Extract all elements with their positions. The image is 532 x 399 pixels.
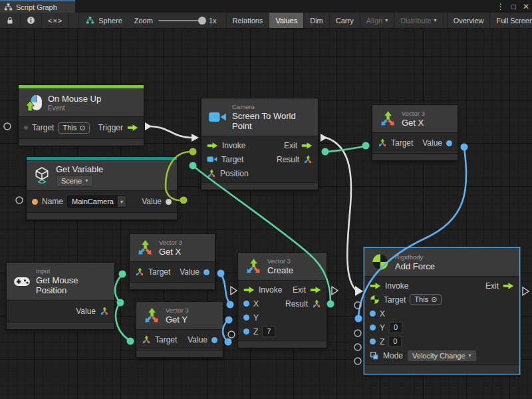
gamepad-icon xyxy=(13,276,31,287)
vector3-port-icon[interactable] xyxy=(207,169,216,178)
gameobject-cube-icon[interactable] xyxy=(24,123,28,132)
mode-dropdown[interactable]: Velocity Change ▾ xyxy=(407,350,477,362)
zoom-slider-handle[interactable] xyxy=(198,17,206,25)
float-output-port[interactable] xyxy=(211,337,217,343)
object-picker-icon[interactable]: ⊙ xyxy=(431,295,437,305)
graph-canvas[interactable]: On Mouse Up Event Target This ⊙ Trigger xyxy=(0,29,532,399)
port-label: Invoke xyxy=(259,285,282,295)
dim-button[interactable]: Dim xyxy=(304,13,330,28)
mouse-up-icon xyxy=(25,94,43,112)
port-label: Trigger xyxy=(98,123,123,132)
carry-button[interactable]: Carry xyxy=(330,13,360,28)
code-toggle-button[interactable]: <×> xyxy=(42,13,69,28)
node-add-force[interactable]: Rigidbody Add Force Invoke Exit Target T… xyxy=(364,248,519,374)
enum-port-icon[interactable] xyxy=(370,351,379,360)
camera-icon xyxy=(208,110,227,124)
port-label: Y xyxy=(253,313,259,323)
maximize-icon[interactable]: □ xyxy=(511,2,516,11)
full-screen-button[interactable]: Full Screen xyxy=(490,13,532,28)
node-on-mouse-up[interactable]: On Mouse Up Event Target This ⊙ Trigger xyxy=(19,85,144,146)
vector3-port-icon[interactable] xyxy=(135,267,144,277)
graph-icon xyxy=(4,3,13,11)
zoom-value: 1x xyxy=(209,17,217,25)
flow-input-port[interactable] xyxy=(243,286,255,294)
port-label: Invoke xyxy=(222,141,245,150)
target-object-field[interactable]: This ⊙ xyxy=(58,122,90,134)
vector3-port-icon[interactable] xyxy=(312,299,321,309)
node-title: Add Force xyxy=(395,261,435,271)
info-button[interactable] xyxy=(21,13,42,28)
node-title: Get Y xyxy=(166,315,189,325)
port-label: Position xyxy=(220,169,249,178)
node-title: Get Mouse Position xyxy=(36,275,108,295)
node-screen-to-world-point[interactable]: Camera Screen To World Point Invoke Exit… xyxy=(201,98,318,190)
vector3-port-icon[interactable] xyxy=(378,138,387,148)
node-category: Camera xyxy=(232,103,311,110)
flow-input-port[interactable] xyxy=(207,142,218,150)
vector3-port-icon[interactable] xyxy=(303,155,313,164)
node-vector3-create[interactable]: Vector 3 Create Invoke Exit X Result xyxy=(238,253,327,348)
flow-output-port[interactable] xyxy=(127,124,138,132)
object-picker-icon[interactable]: ⊙ xyxy=(79,123,85,133)
object-output-port[interactable] xyxy=(166,199,172,205)
float-input-port[interactable] xyxy=(243,301,249,307)
node-footer xyxy=(7,323,114,329)
float-input-port[interactable] xyxy=(243,329,249,334)
camera-port-icon[interactable] xyxy=(207,156,217,163)
float-output-port[interactable] xyxy=(446,140,452,146)
variable-scope-dropdown[interactable]: Scene ▾ xyxy=(56,175,93,187)
flow-input-port[interactable] xyxy=(370,282,381,290)
port-label: Mode xyxy=(383,351,403,360)
graph-breadcrumb[interactable]: Sphere xyxy=(79,13,128,28)
port-label: Exit xyxy=(293,285,306,295)
distribute-dropdown[interactable]: Distribute▾ xyxy=(394,13,443,28)
node-vector3-get-x-top[interactable]: Vector 3 Get X Target Value xyxy=(372,105,458,160)
node-vector3-get-y[interactable]: Vector 3 Get Y Target Value xyxy=(136,302,223,357)
string-port[interactable] xyxy=(32,199,38,205)
float-input-port[interactable] xyxy=(370,311,376,317)
vector3-port-icon[interactable] xyxy=(100,307,109,316)
zoom-slider[interactable] xyxy=(158,20,203,21)
unity-visual-scripting-window: Script Graph ⋮ □ ✕ <×> Sphere Zoom 1x xyxy=(0,0,532,399)
node-vector3-get-x[interactable]: Vector 3 Get X Target Value xyxy=(130,234,215,289)
menu-dots-icon[interactable]: ⋮ xyxy=(497,2,505,11)
zoom-control: Zoom 1x xyxy=(129,13,222,28)
float-input-port[interactable] xyxy=(370,325,376,331)
window-controls: ⋮ □ ✕ xyxy=(497,0,529,13)
z-value-field[interactable]: 0 xyxy=(388,336,402,347)
node-category: Rigidbody xyxy=(395,253,435,261)
target-object-field[interactable]: This ⊙ xyxy=(410,294,442,305)
vector3-port-icon[interactable] xyxy=(142,335,151,344)
float-input-port[interactable] xyxy=(370,338,376,344)
node-footer xyxy=(238,341,327,348)
node-footer xyxy=(364,365,519,374)
rigidbody-port-icon[interactable] xyxy=(370,295,380,305)
values-button[interactable]: Values xyxy=(269,13,304,28)
z-value-field[interactable]: 7 xyxy=(262,326,275,337)
variable-name-dropdown[interactable]: MainCamera ▾ xyxy=(67,196,126,207)
overview-button[interactable]: Overview xyxy=(448,13,491,28)
chevron-down-icon: ▾ xyxy=(85,176,88,186)
relations-button[interactable]: Relations xyxy=(227,13,270,28)
zoom-label: Zoom xyxy=(134,17,153,25)
node-get-variable[interactable]: Get Variable Scene ▾ Name MainCamera ▾ xyxy=(27,157,177,219)
y-value-field[interactable]: 0 xyxy=(389,322,402,333)
vector3-icon xyxy=(136,239,154,257)
node-get-mouse-position[interactable]: Input Get Mouse Position Value xyxy=(7,263,114,329)
float-input-port[interactable] xyxy=(243,315,249,321)
lock-button[interactable] xyxy=(0,13,21,28)
node-subtitle: Event xyxy=(48,104,101,112)
close-icon[interactable]: ✕ xyxy=(523,2,529,11)
port-label: Y xyxy=(380,323,385,332)
align-dropdown[interactable]: Align▾ xyxy=(360,13,394,28)
tab-script-graph[interactable]: Script Graph xyxy=(0,0,75,13)
info-icon xyxy=(27,16,35,25)
flow-output-port[interactable] xyxy=(301,142,313,150)
flow-output-port[interactable] xyxy=(310,286,321,294)
float-output-port[interactable] xyxy=(203,269,209,275)
flow-output-port[interactable] xyxy=(503,282,514,290)
node-title: Create xyxy=(267,265,293,275)
node-title: Screen To World Point xyxy=(232,111,311,131)
lock-icon xyxy=(6,17,14,25)
port-label: Target xyxy=(148,267,170,277)
